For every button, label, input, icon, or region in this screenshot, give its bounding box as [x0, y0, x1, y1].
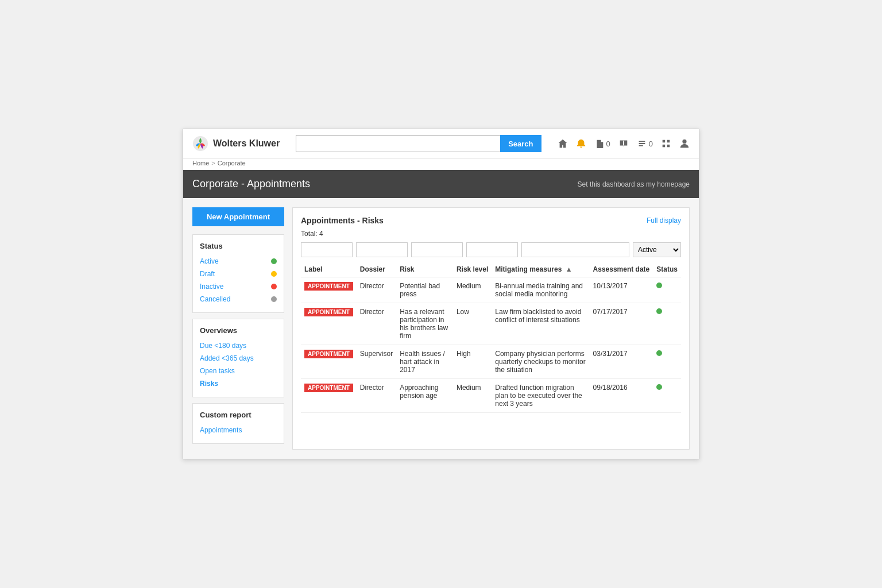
sidebar-item-cancelled[interactable]: Cancelled — [200, 293, 277, 305]
inactive-link[interactable]: Inactive — [200, 283, 223, 291]
cell-status — [653, 277, 681, 303]
sidebar: New Appointment Status Active Draft Inac… — [192, 207, 284, 450]
set-homepage-link[interactable]: Set this dashboard as my homepage — [578, 180, 690, 188]
search-button[interactable]: Search — [500, 135, 541, 152]
custom-report-section: Custom report Appointments — [192, 403, 284, 444]
cell-risk: Has a relevant participation in his brot… — [396, 303, 453, 345]
cell-mitigating-measures: Company physician performs quarterly che… — [492, 345, 589, 379]
header-bar: Corporate - Appointments Set this dashbo… — [183, 170, 699, 198]
home-nav-icon[interactable] — [558, 138, 568, 149]
status-filter-select[interactable]: Active Inactive Draft Cancelled — [633, 242, 681, 257]
svg-point-5 — [682, 140, 686, 144]
notifications-nav-icon[interactable] — [576, 138, 586, 149]
documents-count: 0 — [606, 140, 610, 148]
cell-dossier: Director — [357, 303, 396, 345]
panel-title: Appointments - Risks — [301, 216, 384, 225]
draft-link[interactable]: Draft — [200, 270, 215, 278]
col-status: Status — [653, 262, 681, 277]
table-row: APPOINTMENT Director Potential bad press… — [301, 277, 681, 303]
cell-assessment-date: 03/31/2017 — [590, 345, 653, 379]
search-input[interactable] — [296, 135, 500, 152]
appointment-badge[interactable]: APPOINTMENT — [304, 308, 353, 316]
sidebar-item-risks[interactable]: Risks — [200, 377, 277, 390]
breadcrumb-home[interactable]: Home — [192, 160, 209, 167]
sidebar-item-appointments[interactable]: Appointments — [200, 424, 277, 436]
cell-dossier: Supervisor — [357, 345, 396, 379]
cell-risk: Approaching pension age — [396, 379, 453, 413]
added-link[interactable]: Added <365 days — [200, 354, 254, 362]
new-appointment-button[interactable]: New Appointment — [192, 207, 284, 226]
sidebar-item-active[interactable]: Active — [200, 255, 277, 268]
cell-risk-level: Medium — [453, 277, 492, 303]
cell-badge: APPOINTMENT — [301, 345, 357, 379]
cancelled-dot — [271, 296, 277, 302]
logo-area: Wolters Kluwer — [192, 136, 280, 152]
filter-input-2[interactable] — [356, 242, 408, 257]
cell-badge: APPOINTMENT — [301, 277, 357, 303]
breadcrumb: Home > Corporate — [183, 158, 699, 170]
filter-input-1[interactable] — [301, 242, 353, 257]
top-nav: Wolters Kluwer Search 0 — [183, 129, 699, 158]
main-panel: Appointments - Risks Full display Total:… — [292, 207, 690, 450]
col-assessment-date: Assessment date — [590, 262, 653, 277]
breadcrumb-current: Corporate — [218, 160, 246, 167]
cell-dossier: Director — [357, 379, 396, 413]
open-tasks-link[interactable]: Open tasks — [200, 367, 235, 375]
appointment-badge[interactable]: APPOINTMENT — [304, 282, 353, 291]
cell-assessment-date: 10/13/2017 — [590, 277, 653, 303]
cancelled-link[interactable]: Cancelled — [200, 295, 230, 303]
sort-arrow: ▲ — [566, 265, 572, 273]
col-dossier: Dossier — [357, 262, 396, 277]
appointments-link[interactable]: Appointments — [200, 426, 242, 434]
status-dot-green — [656, 350, 662, 356]
col-mitigating-measures[interactable]: Mitigating measures ▲ — [492, 262, 589, 277]
documents-nav-icon[interactable]: 0 — [594, 138, 610, 149]
status-dot-green — [656, 308, 662, 314]
cell-badge: APPOINTMENT — [301, 303, 357, 345]
cell-risk-level: Low — [453, 303, 492, 345]
sidebar-item-inactive[interactable]: Inactive — [200, 280, 277, 293]
filter-input-3[interactable] — [411, 242, 463, 257]
cell-risk-level: Medium — [453, 379, 492, 413]
user-nav-icon[interactable] — [679, 138, 690, 149]
active-link[interactable]: Active — [200, 257, 219, 265]
cell-status — [653, 379, 681, 413]
sidebar-item-added[interactable]: Added <365 days — [200, 352, 277, 365]
cell-assessment-date: 09/18/2016 — [590, 379, 653, 413]
sidebar-item-draft[interactable]: Draft — [200, 268, 277, 280]
due-link[interactable]: Due <180 days — [200, 342, 246, 350]
active-dot — [271, 258, 277, 264]
full-display-link[interactable]: Full display — [647, 216, 681, 225]
sidebar-item-due[interactable]: Due <180 days — [200, 339, 277, 352]
filter-input-4[interactable] — [466, 242, 518, 257]
logo-icon — [192, 136, 208, 152]
tasks-count: 0 — [649, 140, 653, 148]
page-title: Corporate - Appointments — [192, 178, 310, 190]
sidebar-item-open-tasks[interactable]: Open tasks — [200, 365, 277, 377]
cell-risk: Health issues / hart attack in 2017 — [396, 345, 453, 379]
cell-assessment-date: 07/17/2017 — [590, 303, 653, 345]
appointment-badge[interactable]: APPOINTMENT — [304, 350, 353, 358]
grid-nav-icon[interactable] — [661, 138, 671, 149]
filter-input-5[interactable] — [521, 242, 629, 257]
draft-dot — [271, 271, 277, 277]
cell-status — [653, 303, 681, 345]
total-label: Total: 4 — [301, 230, 681, 238]
status-section: Status Active Draft Inactive Cancell — [192, 234, 284, 313]
book-nav-icon[interactable] — [618, 138, 629, 149]
risks-link[interactable]: Risks — [200, 380, 218, 388]
svg-rect-4 — [667, 145, 670, 147]
cell-mitigating-measures: Drafted function migration plan to be ex… — [492, 379, 589, 413]
breadcrumb-separator: > — [211, 160, 215, 167]
cell-risk-level: High — [453, 345, 492, 379]
custom-report-section-title: Custom report — [200, 411, 277, 419]
table-row: APPOINTMENT Director Approaching pension… — [301, 379, 681, 413]
search-area: Search — [296, 135, 541, 152]
overviews-section: Overviews Due <180 days Added <365 days … — [192, 319, 284, 397]
tasks-nav-icon[interactable]: 0 — [637, 138, 653, 149]
appointment-badge[interactable]: APPOINTMENT — [304, 384, 353, 392]
cell-mitigating-measures: Bi-annual media training and social medi… — [492, 277, 589, 303]
table-header-row: Label Dossier Risk Risk level Mitigating… — [301, 262, 681, 277]
table-row: APPOINTMENT Supervisor Health issues / h… — [301, 345, 681, 379]
status-section-title: Status — [200, 242, 277, 250]
